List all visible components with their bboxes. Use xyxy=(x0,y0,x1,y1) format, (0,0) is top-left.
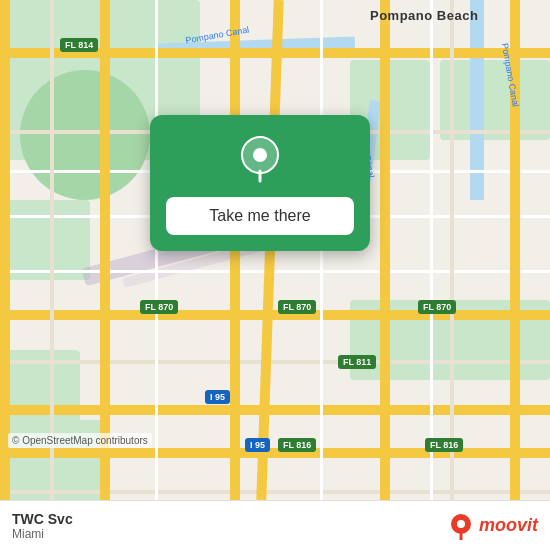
map-view[interactable]: Pompano Beach Pompano Canal Pompano Cana… xyxy=(0,0,550,500)
road-badge-fl870-2: FL 870 xyxy=(278,300,316,314)
road-badge-fl811: FL 811 xyxy=(338,355,376,369)
location-city: Miami xyxy=(12,527,73,541)
road-badge-fl814: FL 814 xyxy=(60,38,98,52)
road-badge-fl816-1: FL 816 xyxy=(278,438,316,452)
pompano-beach-label: Pompano Beach xyxy=(370,8,478,23)
moovit-pin-icon xyxy=(447,512,475,540)
location-pin-icon xyxy=(236,135,284,183)
road-badge-i95-1: I 95 xyxy=(205,390,230,404)
svg-point-1 xyxy=(253,148,267,162)
osm-attribution: © OpenStreetMap contributors xyxy=(8,433,152,448)
road-badge-fl870-3: FL 870 xyxy=(418,300,456,314)
location-popup: Take me there xyxy=(150,115,370,251)
moovit-logo[interactable]: moovit xyxy=(447,512,538,540)
road-badge-fl816-2: FL 816 xyxy=(425,438,463,452)
location-info: TWC Svc Miami xyxy=(12,511,73,541)
moovit-label: moovit xyxy=(479,515,538,536)
bottom-bar: TWC Svc Miami moovit xyxy=(0,500,550,550)
road-badge-fl870-1: FL 870 xyxy=(140,300,178,314)
take-me-there-button[interactable]: Take me there xyxy=(166,197,354,235)
svg-point-3 xyxy=(457,520,465,528)
road-badge-i95-2: I 95 xyxy=(245,438,270,452)
location-name: TWC Svc xyxy=(12,511,73,527)
